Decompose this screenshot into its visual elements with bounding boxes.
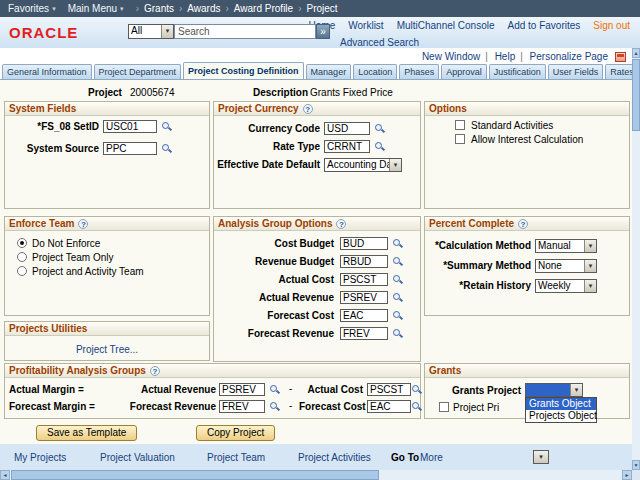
- standard-activities-checkbox[interactable]: [455, 120, 465, 130]
- vertical-scroll-thumb[interactable]: [632, 59, 640, 131]
- tab-rates[interactable]: Rates: [605, 64, 632, 79]
- system-source-input[interactable]: [103, 142, 157, 155]
- forecast-cost-input[interactable]: [340, 309, 388, 322]
- lookup-icon[interactable]: [161, 121, 172, 132]
- tab-location[interactable]: Location: [353, 64, 397, 79]
- currency-code-input[interactable]: [324, 122, 370, 135]
- lookup-icon[interactable]: [161, 143, 172, 154]
- lookup-icon[interactable]: [411, 384, 422, 395]
- do-not-enforce-radio[interactable]: [17, 238, 27, 248]
- calculation-method-select[interactable]: Manual ▾: [535, 239, 597, 253]
- breadcrumb-item-grants[interactable]: Grants: [144, 3, 174, 14]
- horizontal-scroll-thumb[interactable]: [11, 470, 379, 480]
- caret-down-icon: ▾: [52, 5, 56, 12]
- search-input[interactable]: [174, 24, 316, 39]
- breadcrumb-item-awards[interactable]: Awards: [187, 3, 220, 14]
- revenue-budget-input[interactable]: [340, 255, 388, 268]
- multichannel-console-link[interactable]: MultiChannel Console: [397, 20, 495, 31]
- scroll-left-button[interactable]: ◄: [0, 470, 10, 480]
- copy-project-button[interactable]: Copy Project: [196, 425, 275, 441]
- scroll-up-button[interactable]: ▲: [632, 48, 640, 58]
- scroll-right-button[interactable]: ►: [622, 470, 632, 480]
- rate-type-input[interactable]: [324, 140, 370, 153]
- dropdown-option-projects-object[interactable]: Projects Object: [526, 410, 596, 422]
- project-pricing-checkbox[interactable]: [439, 402, 449, 412]
- forecast-cost-input[interactable]: [367, 400, 411, 413]
- retain-history-select[interactable]: Weekly ▾: [535, 279, 597, 293]
- description-label: Description: [253, 87, 308, 98]
- scrollbar-corner: [632, 470, 640, 480]
- help-link[interactable]: Help: [485, 51, 515, 62]
- dropdown-option-grants-object[interactable]: Grants Object: [526, 398, 596, 410]
- lookup-icon[interactable]: [392, 238, 403, 249]
- chevron-icon: ›: [298, 3, 301, 14]
- sign-out-link[interactable]: Sign out: [593, 20, 630, 31]
- percent-complete-title: Percent Complete?: [425, 217, 629, 231]
- lookup-icon[interactable]: [392, 274, 403, 285]
- lookup-icon[interactable]: [392, 328, 403, 339]
- goto-more-link[interactable]: More: [420, 452, 443, 463]
- advanced-search-link[interactable]: Advanced Search: [340, 37, 419, 48]
- lookup-icon[interactable]: [392, 310, 403, 321]
- allow-interest-calculation-checkbox[interactable]: [455, 134, 465, 144]
- cost-budget-input[interactable]: [340, 237, 388, 250]
- lookup-icon[interactable]: [411, 401, 422, 412]
- lookup-icon[interactable]: [269, 384, 280, 395]
- project-team-link[interactable]: Project Team: [207, 452, 265, 463]
- fs08-setid-input[interactable]: [103, 120, 157, 133]
- lookup-icon[interactable]: [374, 141, 385, 152]
- main-menu[interactable]: Main Menu▾: [68, 3, 124, 14]
- worklist-link[interactable]: Worklist: [348, 20, 383, 31]
- tab-approval[interactable]: Approval: [441, 64, 487, 79]
- new-window-link[interactable]: New Window: [422, 51, 480, 62]
- tab-manager[interactable]: Manager: [306, 64, 352, 79]
- project-activities-link[interactable]: Project Activities: [298, 452, 371, 463]
- help-icon[interactable]: ?: [303, 104, 313, 114]
- retain-history-label: *Retain History: [427, 279, 531, 292]
- lookup-icon[interactable]: [269, 401, 280, 412]
- save-as-template-button[interactable]: Save as Template: [36, 425, 137, 441]
- project-and-activity-team-radio[interactable]: [17, 266, 27, 276]
- goto-select[interactable]: ▾: [533, 450, 549, 464]
- scroll-down-button[interactable]: ▼: [632, 460, 640, 470]
- system-fields-box: System Fields *FS_08 SetID System Source: [4, 101, 210, 209]
- search-scope-select[interactable]: All ▾: [128, 24, 174, 39]
- add-to-favorites-link[interactable]: Add to Favorites: [507, 20, 580, 31]
- help-icon[interactable]: ?: [518, 219, 528, 229]
- tab-general-information[interactable]: General Information: [2, 64, 92, 79]
- search-go-button[interactable]: »: [316, 24, 330, 39]
- horizontal-scrollbar[interactable]: ◄ ►: [0, 470, 632, 480]
- tab-justification[interactable]: Justification: [489, 64, 546, 79]
- tab-phases[interactable]: Phases: [399, 64, 439, 79]
- actual-cost-input[interactable]: [340, 273, 388, 286]
- project-tree-link[interactable]: Project Tree...: [76, 344, 138, 355]
- help-icon[interactable]: ?: [78, 219, 88, 229]
- lookup-icon[interactable]: [392, 256, 403, 267]
- tab-project-costing-definition[interactable]: Project Costing Definition: [183, 62, 304, 79]
- personalize-page-link[interactable]: Personalize Page: [520, 51, 608, 62]
- favorites-menu[interactable]: Favorites▾: [8, 3, 56, 14]
- actual-revenue-input[interactable]: [340, 291, 388, 304]
- help-icon[interactable]: ?: [150, 366, 160, 376]
- page-options-icon[interactable]: [615, 52, 626, 62]
- lookup-icon[interactable]: [392, 292, 403, 303]
- calculation-method-value: Manual: [536, 240, 584, 252]
- project-team-only-radio[interactable]: [17, 252, 27, 262]
- actual-cost-input[interactable]: [367, 383, 411, 396]
- summary-method-select[interactable]: None ▾: [535, 259, 597, 273]
- actual-revenue-input[interactable]: [219, 383, 265, 396]
- grants-project-select[interactable]: ▾: [525, 383, 583, 397]
- project-valuation-link[interactable]: Project Valuation: [100, 452, 175, 463]
- tab-user-fields[interactable]: User Fields: [548, 64, 604, 79]
- breadcrumb-item-award-profile[interactable]: Award Profile: [234, 3, 293, 14]
- my-projects-link[interactable]: My Projects: [14, 452, 66, 463]
- help-icon[interactable]: ?: [336, 219, 346, 229]
- forecast-revenue-input[interactable]: [219, 400, 265, 413]
- effective-date-default-select[interactable]: Accounting Date ▾: [324, 158, 402, 172]
- forecast-revenue-input[interactable]: [340, 327, 388, 340]
- breadcrumb-item-project[interactable]: Project: [306, 3, 337, 14]
- actual-revenue-label: Actual Revenue: [111, 383, 216, 396]
- vertical-scrollbar[interactable]: ▲ ▼: [632, 48, 640, 470]
- tab-project-department[interactable]: Project Department: [94, 64, 182, 79]
- lookup-icon[interactable]: [374, 123, 385, 134]
